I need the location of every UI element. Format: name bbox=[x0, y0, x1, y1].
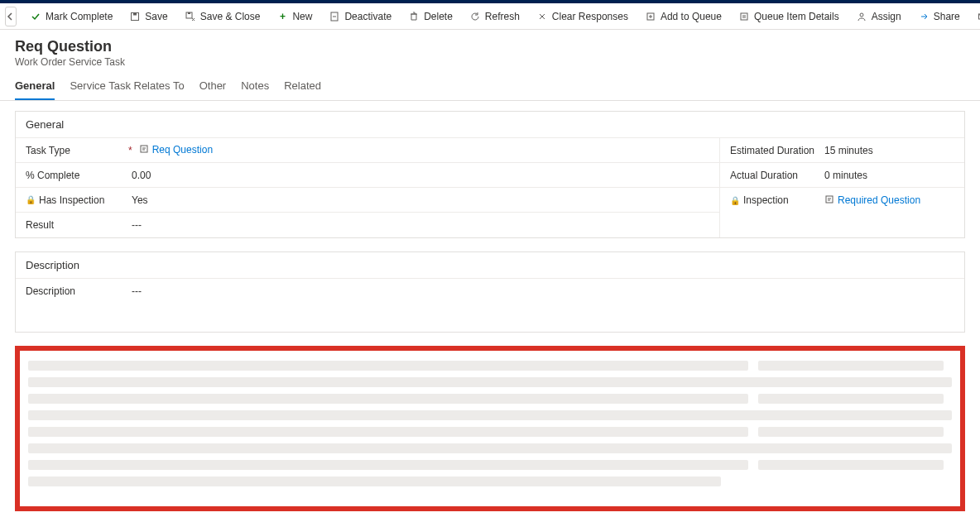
save-icon bbox=[129, 11, 141, 22]
tab-strip: General Service Task Relates To Other No… bbox=[0, 68, 980, 101]
delete-button[interactable]: Delete bbox=[401, 7, 459, 26]
section-description: Description Description --- bbox=[15, 251, 965, 333]
section-general-left-column: Task Type * Req Question % Complete bbox=[16, 138, 719, 237]
field-has-inspection: 🔒 Has Inspection Yes bbox=[16, 188, 719, 213]
save-close-label: Save & Close bbox=[200, 11, 261, 22]
share-label: Share bbox=[934, 11, 960, 22]
field-description[interactable]: Description --- bbox=[16, 279, 964, 304]
loading-skeleton-section bbox=[15, 346, 965, 511]
back-button[interactable] bbox=[5, 7, 17, 26]
field-actual-duration[interactable]: Actual Duration 0 minutes bbox=[720, 163, 964, 188]
field-has-inspection-label: 🔒 Has Inspection bbox=[26, 194, 125, 206]
lock-icon: 🔒 bbox=[730, 196, 740, 205]
field-inspection-label: 🔒 Inspection bbox=[730, 194, 818, 206]
task-type-lookup-value[interactable]: Req Question bbox=[139, 144, 213, 156]
refresh-icon bbox=[469, 11, 481, 22]
deactivate-button[interactable]: Deactivate bbox=[322, 7, 398, 26]
plus-icon: + bbox=[276, 11, 288, 22]
tab-related[interactable]: Related bbox=[284, 79, 321, 100]
svg-rect-6 bbox=[741, 13, 747, 20]
svg-rect-12 bbox=[141, 146, 147, 152]
percent-complete-value: 0.00 bbox=[125, 170, 709, 181]
lock-icon: 🔒 bbox=[26, 195, 36, 204]
save-close-icon bbox=[185, 11, 196, 22]
record-entity-name: Work Order Service Task bbox=[15, 56, 965, 68]
section-general: General Task Type * Req Question bbox=[15, 111, 965, 238]
description-value: --- bbox=[125, 285, 954, 297]
mark-complete-button[interactable]: Mark Complete bbox=[23, 7, 119, 26]
email-icon bbox=[977, 11, 980, 22]
clear-icon bbox=[536, 11, 548, 22]
assign-button[interactable]: Assign bbox=[849, 7, 908, 26]
share-icon bbox=[918, 11, 930, 22]
skeleton-lines bbox=[28, 361, 952, 486]
tab-notes[interactable]: Notes bbox=[241, 79, 269, 100]
result-value: --- bbox=[125, 219, 709, 231]
refresh-label: Refresh bbox=[485, 11, 520, 22]
field-estimated-duration[interactable]: Estimated Duration 15 minutes bbox=[720, 138, 964, 163]
save-button[interactable]: Save bbox=[122, 7, 174, 26]
lookup-entity-icon bbox=[824, 194, 834, 206]
form-body: General Task Type * Req Question bbox=[0, 101, 980, 333]
tab-general[interactable]: General bbox=[15, 79, 55, 100]
field-percent-complete-label: % Complete bbox=[26, 170, 125, 181]
save-label: Save bbox=[145, 11, 167, 22]
field-actual-duration-label: Actual Duration bbox=[730, 170, 818, 181]
field-task-type[interactable]: Task Type * Req Question bbox=[16, 138, 719, 163]
back-arrow-icon bbox=[6, 12, 16, 22]
record-title: Req Question bbox=[15, 38, 965, 55]
lookup-entity-icon bbox=[139, 144, 149, 156]
section-description-title: Description bbox=[16, 252, 964, 279]
actual-duration-value: 0 minutes bbox=[818, 170, 954, 181]
queue-add-icon bbox=[645, 11, 656, 22]
section-general-title: General bbox=[16, 112, 964, 138]
inspection-value-text: Required Question bbox=[838, 194, 920, 206]
field-description-label: Description bbox=[26, 285, 125, 297]
has-inspection-value: Yes bbox=[125, 194, 709, 206]
svg-rect-1 bbox=[133, 12, 137, 15]
field-estimated-duration-label: Estimated Duration bbox=[730, 145, 818, 156]
mark-complete-label: Mark Complete bbox=[46, 11, 113, 22]
svg-point-7 bbox=[860, 13, 863, 17]
field-result-label: Result bbox=[26, 219, 125, 231]
add-to-queue-label: Add to Queue bbox=[661, 11, 722, 22]
deactivate-label: Deactivate bbox=[344, 11, 392, 22]
tab-other[interactable]: Other bbox=[199, 79, 227, 100]
refresh-button[interactable]: Refresh bbox=[463, 7, 526, 26]
save-close-button[interactable]: Save & Close bbox=[178, 7, 267, 26]
task-type-value-text: Req Question bbox=[152, 144, 213, 156]
assign-icon bbox=[856, 11, 867, 22]
deactivate-icon bbox=[329, 11, 340, 22]
check-icon bbox=[30, 11, 41, 22]
clear-responses-button[interactable]: Clear Responses bbox=[530, 7, 635, 26]
svg-rect-13 bbox=[826, 196, 833, 203]
delete-label: Delete bbox=[424, 11, 453, 22]
queue-item-details-button[interactable]: Queue Item Details bbox=[732, 7, 846, 26]
share-button[interactable]: Share bbox=[911, 7, 967, 26]
inspection-lookup-value[interactable]: Required Question bbox=[824, 194, 920, 206]
new-button[interactable]: + New bbox=[270, 7, 319, 26]
clear-responses-label: Clear Responses bbox=[552, 11, 628, 22]
email-link-button[interactable]: Email a Link bbox=[970, 7, 980, 26]
trash-icon bbox=[408, 11, 420, 22]
queue-item-details-label: Queue Item Details bbox=[754, 11, 839, 22]
field-inspection: 🔒 Inspection Required Question bbox=[720, 188, 964, 213]
assign-label: Assign bbox=[872, 11, 901, 22]
record-header: Req Question Work Order Service Task bbox=[0, 30, 980, 68]
field-result[interactable]: Result --- bbox=[16, 213, 719, 237]
section-general-right-column: Estimated Duration 15 minutes Actual Dur… bbox=[719, 138, 964, 237]
add-to-queue-button[interactable]: Add to Queue bbox=[638, 7, 728, 26]
field-percent-complete[interactable]: % Complete 0.00 bbox=[16, 163, 719, 188]
field-task-type-label: Task Type bbox=[26, 145, 125, 156]
tab-service-task-relates-to[interactable]: Service Task Relates To bbox=[70, 79, 184, 100]
command-bar: Mark Complete Save Save & Close + New De… bbox=[0, 3, 980, 30]
svg-rect-3 bbox=[188, 12, 190, 14]
queue-details-icon bbox=[738, 11, 750, 22]
new-label: New bbox=[292, 11, 312, 22]
estimated-duration-value: 15 minutes bbox=[818, 145, 954, 156]
